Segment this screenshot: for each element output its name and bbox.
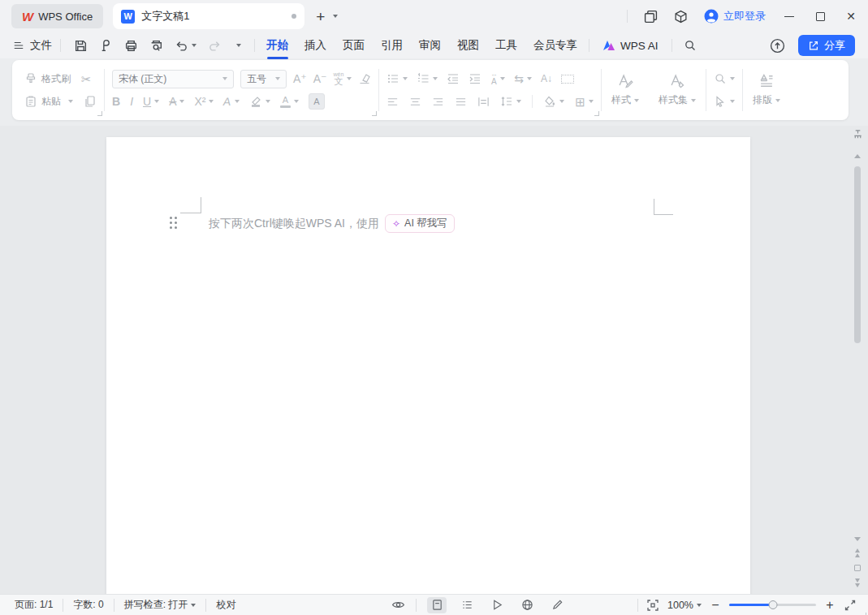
customize-toolbar-chevron-icon[interactable] [236,44,241,47]
print-icon[interactable] [124,39,138,53]
typeset-layout-button[interactable]: 排版 [743,67,790,114]
align-left-icon[interactable] [386,96,399,108]
tab-reference[interactable]: 引用 [373,34,411,57]
style-set-button[interactable]: 样式集 [649,67,706,114]
paragraph-drag-handle-icon[interactable] [170,217,177,229]
tab-member[interactable]: 会员专享 [525,34,585,57]
search-command-icon[interactable] [676,39,705,52]
document-tab[interactable]: W 文字文稿1 [113,3,304,29]
proofread-button[interactable]: 校对 [206,598,245,612]
bold-icon[interactable]: B [112,96,120,107]
align-right-icon[interactable] [432,96,444,108]
page-indicator[interactable]: 页面: 1/1 [11,598,63,612]
upload-cloud-icon[interactable] [770,38,785,54]
file-menu-button[interactable]: 文件 [13,38,57,53]
page-view-button[interactable] [427,597,447,613]
distribute-icon[interactable] [477,96,490,108]
paragraph-dialog-launcher-icon[interactable] [594,111,599,116]
scroll-up-arrow[interactable] [854,154,861,158]
tab-list-chevron-icon[interactable] [333,15,338,18]
apps-cube-icon[interactable] [674,10,688,24]
shading-button[interactable] [543,95,564,108]
copy-icon[interactable] [84,95,97,108]
italic-icon[interactable]: I [130,96,133,107]
export-pdf-icon[interactable] [99,39,113,53]
tab-tools[interactable]: 工具 [487,34,525,57]
fit-page-icon[interactable] [646,599,659,612]
align-center-icon[interactable] [409,96,421,108]
tab-home[interactable]: 开始 [258,34,296,57]
tab-wps-ai[interactable]: WPS AI [593,40,668,52]
borders-button[interactable]: ⊞ [575,96,594,108]
justify-icon[interactable] [455,96,467,108]
next-page-button[interactable] [855,578,860,587]
bullet-list-button[interactable] [386,72,408,85]
zoom-out-button[interactable]: − [710,599,721,612]
superscript-button[interactable]: X² [194,96,214,107]
font-dialog-launcher-icon[interactable] [372,111,377,116]
ink-annotation-button[interactable] [547,597,567,613]
text-effects-button[interactable]: A [223,96,239,107]
pinyin-guide-button[interactable]: wén 文 [333,71,352,86]
show-marks-icon[interactable] [561,75,574,84]
format-painter-button[interactable]: 格式刷 [24,72,71,85]
wrap-settings-button[interactable]: ⇆ [514,73,532,84]
character-scale-button[interactable]: ↔ A [490,71,505,86]
redo-button[interactable] [208,39,222,53]
close-button[interactable]: ✕ [844,9,858,24]
maximize-button[interactable] [813,9,827,24]
clear-format-icon[interactable] [358,72,371,85]
share-button[interactable]: 分享 [798,35,855,56]
scrollbar-thumb[interactable] [854,166,861,343]
select-button[interactable] [714,95,735,108]
sort-icon[interactable]: A↓ [541,74,552,84]
zoom-in-button[interactable]: + [824,599,836,612]
line-spacing-button[interactable] [500,95,521,108]
tab-view[interactable]: 视图 [449,34,487,57]
save-icon[interactable] [74,39,88,53]
login-button[interactable]: 立即登录 [704,9,766,24]
app-menu-button[interactable]: W WPS Office [11,4,103,28]
page-canvas[interactable]: 按下两次Ctrl键唤起WPS AI，使用 ✧ AI 帮我写 [106,137,750,594]
find-replace-button[interactable] [714,72,735,85]
font-name-combobox[interactable]: 宋体 (正文) [112,70,234,88]
tab-page[interactable]: 页面 [335,34,373,57]
character-shading-button[interactable]: A [309,93,325,110]
browse-object-button[interactable] [854,565,861,571]
ruler-toggle-icon[interactable] [853,129,863,140]
tab-review[interactable]: 审阅 [411,34,449,57]
undo-button[interactable] [175,39,196,53]
word-count[interactable]: 字数: 0 [63,598,113,612]
spellcheck-toggle[interactable]: 拼写检查: 打开 [114,598,206,612]
highlight-color-button[interactable] [249,95,270,108]
style-button[interactable]: 样式 [602,67,649,114]
minimize-button[interactable] [782,9,797,24]
font-size-combobox[interactable]: 五号 [240,70,287,88]
new-tab-button[interactable]: + [316,9,325,24]
numbered-list-button[interactable] [417,72,438,85]
eye-protect-icon[interactable] [391,598,405,612]
ai-write-button[interactable]: ✧ AI 帮我写 [385,214,455,233]
web-view-button[interactable] [517,597,537,613]
zoom-slider-knob[interactable] [768,600,777,609]
outline-view-button[interactable] [457,597,477,613]
print-preview-icon[interactable] [149,39,163,53]
previous-page-button[interactable] [855,548,860,557]
scroll-down-arrow[interactable] [854,537,861,541]
increase-font-icon[interactable]: A⁺ [293,73,307,84]
decrease-indent-icon[interactable] [447,72,460,85]
underline-button[interactable]: U [143,96,159,107]
decrease-font-icon[interactable]: A⁻ [313,73,327,84]
zoom-level-button[interactable]: 100% [667,600,702,611]
increase-indent-icon[interactable] [469,72,482,85]
font-color-button[interactable]: A [280,96,299,108]
strikethrough-button[interactable]: A [169,96,184,107]
zoom-slider[interactable] [729,600,816,610]
cut-icon[interactable]: ✂ [81,73,92,85]
clipboard-dialog-launcher-icon[interactable] [97,111,102,116]
switch-windows-icon[interactable] [644,10,658,24]
paste-button[interactable]: 粘贴 [24,95,73,108]
fullscreen-icon[interactable] [844,599,857,612]
play-presentation-button[interactable] [487,597,507,613]
tab-insert[interactable]: 插入 [296,34,335,57]
